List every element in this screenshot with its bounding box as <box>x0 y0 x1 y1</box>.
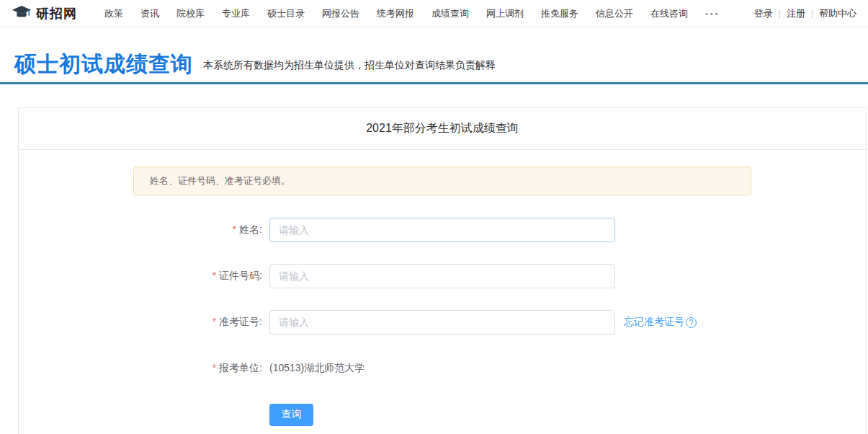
question-mark-icon: ? <box>686 317 697 328</box>
ticket-number-label: *准考证号: <box>19 316 262 329</box>
nav-item-info-disclosure[interactable]: 信息公开 <box>596 7 633 20</box>
nav-item-exempt-service[interactable]: 推免服务 <box>541 7 578 20</box>
page-title: 硕士初试成绩查询 <box>14 53 193 75</box>
card-body: 姓名、证件号码、准考证号必填。 *姓名: *证件号码: *准考证号: 忘记准考证… <box>19 150 866 427</box>
top-navigation-bar: 研招网 政策 资讯 院校库 专业库 硕士目录 网报公告 统考网报 成绩查询 网上… <box>0 0 868 27</box>
forgot-ticket-link[interactable]: 忘记准考证号 ? <box>624 316 697 329</box>
form-row-id-number: *证件号码: <box>19 264 866 288</box>
name-input[interactable] <box>269 218 615 242</box>
card-header: 2021年部分考生初试成绩查询 <box>19 108 866 150</box>
required-asterisk: * <box>233 223 236 235</box>
required-asterisk: * <box>212 362 216 373</box>
required-asterisk: * <box>212 270 216 281</box>
login-link[interactable]: 登录 <box>754 7 773 20</box>
help-center-link[interactable]: 帮助中心 <box>819 7 856 20</box>
required-asterisk: * <box>212 316 216 327</box>
graduation-cap-icon <box>12 4 36 23</box>
id-number-input[interactable] <box>269 264 615 288</box>
page-subtitle: 本系统所有数据均为招生单位提供，招生单位对查询结果负责解释 <box>203 59 496 72</box>
apply-unit-label: *报考单位: <box>19 362 262 375</box>
nav-item-online-consult[interactable]: 在线咨询 <box>650 7 688 20</box>
nav-item-major-library[interactable]: 专业库 <box>222 7 250 20</box>
nav-item-policy[interactable]: 政策 <box>104 7 123 20</box>
nav-item-news[interactable]: 资讯 <box>140 7 159 20</box>
required-fields-alert: 姓名、证件号码、准考证号必填。 <box>133 167 751 195</box>
apply-unit-value: (10513)湖北师范大学 <box>269 362 364 375</box>
nav-item-unified-exam-report[interactable]: 统考网报 <box>377 7 414 20</box>
card-title: 2021年部分考生初试成绩查询 <box>366 121 519 136</box>
name-label: *姓名: <box>19 223 262 236</box>
form-row-ticket-number: *准考证号: 忘记准考证号 ? <box>19 310 866 335</box>
form-row-submit: 查询 <box>19 402 866 427</box>
query-card: 2021年部分考生初试成绩查询 姓名、证件号码、准考证号必填。 *姓名: *证件… <box>18 107 867 434</box>
main-content: 2021年部分考生初试成绩查询 姓名、证件号码、准考证号必填。 *姓名: *证件… <box>0 84 868 434</box>
nav-item-college-library[interactable]: 院校库 <box>176 7 205 20</box>
register-link[interactable]: 注册 <box>787 7 805 20</box>
logo-text: 研招网 <box>36 5 77 22</box>
query-button[interactable]: 查询 <box>269 404 313 426</box>
ticket-number-input[interactable] <box>269 310 615 335</box>
nav-item-online-report-notice[interactable]: 网报公告 <box>322 7 359 20</box>
form-row-apply-unit: *报考单位: (10513)湖北师范大学 <box>19 356 866 381</box>
form-row-name: *姓名: <box>19 218 866 242</box>
nav-item-online-adjustment[interactable]: 网上调剂 <box>486 7 524 20</box>
auth-separator: | <box>779 9 781 19</box>
nav-item-score-query[interactable]: 成绩查询 <box>431 7 469 20</box>
id-number-label: *证件号码: <box>19 270 262 283</box>
nav-item-master-catalog[interactable]: 硕士目录 <box>267 7 305 20</box>
nav-more-ellipsis[interactable]: ••• <box>705 9 720 18</box>
auth-separator: | <box>811 9 813 19</box>
alert-text: 姓名、证件号码、准考证号必填。 <box>150 174 290 187</box>
site-logo[interactable]: 研招网 <box>12 4 77 23</box>
page-header: 硕士初试成绩查询 本系统所有数据均为招生单位提供，招生单位对查询结果负责解释 <box>0 27 868 84</box>
